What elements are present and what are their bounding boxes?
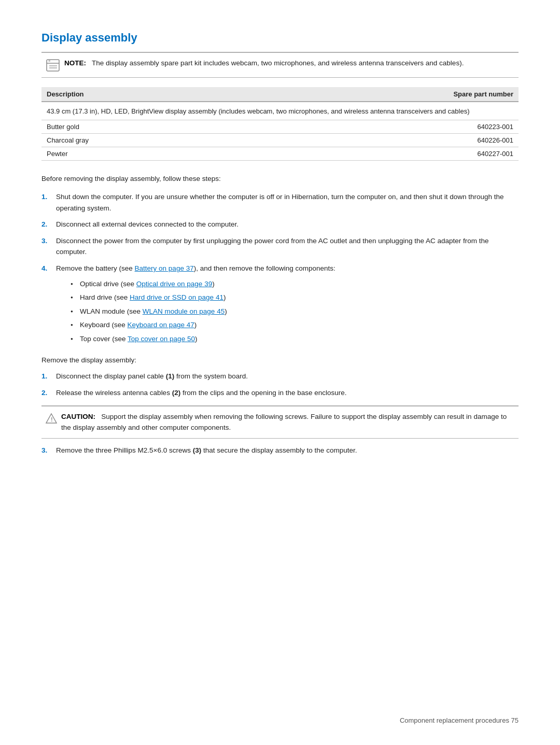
note-box: ≡ NOTE: The display assembly spare part … [41, 52, 519, 78]
bullet-dot: ● [71, 306, 80, 315]
bullet-dot: ● [71, 278, 80, 288]
step-text: Shut down the computer. If you are unsur… [56, 191, 519, 214]
prereq-steps: 1. Shut down the computer. If you are un… [41, 191, 519, 347]
step-num: 2. [41, 219, 56, 230]
list-item: 4. Remove the battery (see Battery on pa… [41, 263, 519, 347]
step-num: 3. [41, 235, 56, 247]
section-title: Display assembly [41, 31, 519, 45]
table-row: Butter gold 640223-001 [41, 120, 519, 133]
bullet-dot: ● [71, 333, 80, 343]
caution-icon: ! [46, 413, 57, 426]
step-num: 2. [41, 387, 56, 399]
description-text: 43.9 cm (17.3 in), HD, LED, BrightView d… [41, 102, 519, 120]
bullet-item: ● Optical drive (see Optical drive on pa… [71, 278, 519, 290]
bullet-text: WLAN module (see WLAN module on page 45) [80, 306, 227, 317]
bullet-item: ● Top cover (see Top cover on page 50) [71, 333, 519, 345]
step-text: Disconnect all external devices connecte… [56, 219, 519, 230]
optical-link[interactable]: Optical drive on page 39 [136, 280, 212, 288]
wlan-link[interactable]: WLAN module on page 45 [143, 307, 225, 315]
row-part: 640227-001 [245, 147, 519, 160]
step-text-complex: Remove the battery (see Battery on page … [56, 263, 519, 347]
intro-text: Before removing the display assembly, fo… [41, 173, 519, 185]
step-num: 1. [41, 371, 56, 382]
list-item: 2. Release the wireless antenna cables (… [41, 387, 519, 399]
battery-link[interactable]: Battery on page 37 [135, 264, 194, 272]
caution-label: CAUTION: [61, 413, 95, 420]
row-part: 640223-001 [245, 120, 519, 133]
col-spare: Spare part number [245, 87, 519, 102]
list-item: 1. Disconnect the display panel cable (1… [41, 371, 519, 382]
bullet-item: ● WLAN module (see WLAN module on page 4… [71, 306, 519, 317]
note-icon: ≡ [46, 59, 60, 72]
remove-label: Remove the display assembly: [41, 355, 519, 366]
text-mid: ), and then remove the following compone… [194, 264, 335, 272]
step-text: Remove the three Phillips M2.5×6.0 screw… [56, 445, 519, 456]
caution-text: Support the display assembly when removi… [61, 413, 507, 431]
table-row: Charcoal gray 640226-001 [41, 133, 519, 147]
note-text: The display assembly spare part kit incl… [88, 59, 464, 67]
row-name: Charcoal gray [41, 133, 245, 147]
list-item: 1. Shut down the computer. If you are un… [41, 191, 519, 214]
caution-content: CAUTION: Support the display assembly wh… [61, 412, 512, 433]
step-text: Disconnect the power from the computer b… [56, 235, 519, 258]
list-item: 2. Disconnect all external devices conne… [41, 219, 519, 230]
bullet-item: ● Keyboard (see Keyboard on page 47) [71, 319, 519, 331]
text-before: Remove the battery (see [56, 264, 135, 272]
row-part: 640226-001 [245, 133, 519, 147]
step-num: 4. [41, 263, 56, 274]
svg-text:≡: ≡ [48, 59, 50, 63]
step-text: Disconnect the display panel cable (1) f… [56, 371, 519, 382]
caution-box: ! CAUTION: Support the display assembly … [41, 405, 519, 439]
remove-steps: 1. Disconnect the display panel cable (1… [41, 371, 519, 398]
parts-table: Description Spare part number 43.9 cm (1… [41, 87, 519, 161]
row-name: Butter gold [41, 120, 245, 133]
keyboard-link[interactable]: Keyboard on page 47 [128, 321, 194, 329]
bullet-text: Top cover (see Top cover on page 50) [80, 333, 197, 345]
bullet-text: Optical drive (see Optical drive on page… [80, 278, 215, 290]
topcover-link[interactable]: Top cover on page 50 [128, 335, 195, 343]
page: Display assembly ≡ NOTE: The display ass… [0, 0, 560, 745]
note-content: NOTE: The display assembly spare part ki… [64, 58, 464, 68]
list-item: 3. Remove the three Phillips M2.5×6.0 sc… [41, 445, 519, 456]
step-num: 1. [41, 191, 56, 203]
svg-text:!: ! [51, 416, 53, 423]
bullet-dot: ● [71, 292, 80, 301]
table-description-row: 43.9 cm (17.3 in), HD, LED, BrightView d… [41, 102, 519, 120]
bullet-item: ● Hard drive (see Hard drive or SSD on p… [71, 292, 519, 303]
bullet-text: Hard drive (see Hard drive or SSD on pag… [80, 292, 226, 303]
table-row: Pewter 640227-001 [41, 147, 519, 160]
col-description: Description [41, 87, 245, 102]
hdd-link[interactable]: Hard drive or SSD on page 41 [130, 293, 223, 301]
remove-step-3: 3. Remove the three Phillips M2.5×6.0 sc… [41, 445, 519, 456]
list-item: 3. Disconnect the power from the compute… [41, 235, 519, 258]
bullet-list: ● Optical drive (see Optical drive on pa… [71, 278, 519, 345]
row-name: Pewter [41, 147, 245, 160]
bullet-dot: ● [71, 319, 80, 329]
bullet-text: Keyboard (see Keyboard on page 47) [80, 319, 197, 331]
footer: Component replacement procedures 75 [400, 716, 519, 724]
step-text: Release the wireless antenna cables (2) … [56, 387, 519, 399]
step-num: 3. [41, 445, 56, 456]
note-label: NOTE: [64, 59, 86, 67]
